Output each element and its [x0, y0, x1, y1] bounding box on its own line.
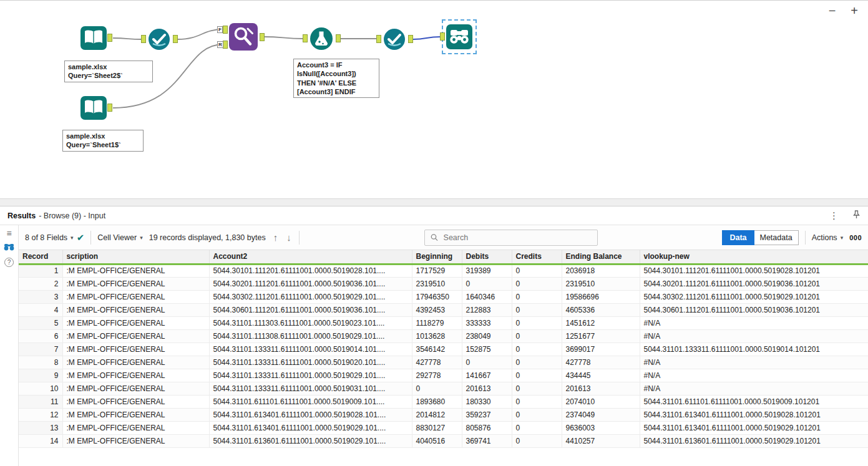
scroll-up-icon[interactable]: ↑: [272, 232, 280, 243]
data-cell[interactable]: 5044.31101.133311.61111001.0000.5019014.…: [640, 342, 868, 356]
data-cell[interactable]: 5044.31101.613401.61111001.0000.5019029.…: [640, 421, 868, 434]
data-cell[interactable]: :M EMPL-OFFICE/GENERAL: [62, 303, 209, 316]
record-cell[interactable]: 8: [19, 356, 62, 369]
data-cell[interactable]: #N/A: [640, 356, 868, 369]
data-cell[interactable]: 212883: [462, 303, 512, 316]
data-cell[interactable]: 5044.31101.133311.61111001.0000.5019029.…: [209, 369, 412, 382]
data-cell[interactable]: 4392453: [412, 303, 462, 316]
data-cell[interactable]: 5044.30201.111201.61111001.0000.5019036.…: [209, 277, 412, 290]
data-cell[interactable]: 5044.31101.111308.61111001.0000.5019029.…: [209, 329, 412, 342]
data-cell[interactable]: 1451612: [562, 316, 640, 329]
table-row[interactable]: 6:M EMPL-OFFICE/GENERAL5044.31101.111308…: [19, 329, 868, 342]
data-cell[interactable]: 5044.30601.111201.61111001.0000.5019036.…: [209, 303, 412, 316]
data-cell[interactable]: :M EMPL-OFFICE/GENERAL: [62, 369, 209, 382]
input-anchor[interactable]: [376, 35, 381, 43]
results-grid-container[interactable]: RecordscriptionAccount2BeginningDebitsCr…: [19, 250, 868, 466]
data-cell[interactable]: 201613: [462, 382, 512, 395]
data-cell[interactable]: 0: [512, 342, 562, 356]
data-cell[interactable]: 1251677: [562, 329, 640, 342]
search-box[interactable]: [424, 230, 598, 246]
data-cell[interactable]: 0: [512, 264, 562, 277]
column-header-ending-balance[interactable]: Ending Balance: [562, 250, 640, 264]
table-row[interactable]: 11:M EMPL-OFFICE/GENERAL5044.31101.61110…: [19, 395, 868, 408]
data-cell[interactable]: 1118279: [412, 316, 462, 329]
output-anchor[interactable]: [107, 34, 112, 42]
data-cell[interactable]: 5044.30201.111201.61111001.0000.5019036.…: [640, 277, 868, 290]
search-input[interactable]: [442, 233, 592, 243]
data-cell[interactable]: 201613: [562, 382, 640, 395]
data-tab-button[interactable]: Data: [722, 230, 754, 245]
data-cell[interactable]: 292778: [412, 369, 462, 382]
table-row[interactable]: 12:M EMPL-OFFICE/GENERAL5044.31101.61340…: [19, 408, 868, 421]
data-cell[interactable]: 5044.31101.111303.61111001.0000.5019023.…: [209, 316, 412, 329]
browse-anchor-icon[interactable]: [4, 243, 14, 252]
data-cell[interactable]: 5044.30601.111201.61111001.0000.5019036.…: [640, 303, 868, 316]
column-header-beginning[interactable]: Beginning: [412, 250, 462, 264]
table-row[interactable]: 9:M EMPL-OFFICE/GENERAL5044.31101.133311…: [19, 369, 868, 382]
data-cell[interactable]: 359237: [462, 408, 512, 421]
data-cell[interactable]: 434445: [562, 369, 640, 382]
input-anchor[interactable]: [141, 35, 146, 43]
scroll-down-icon[interactable]: ↓: [285, 232, 293, 243]
data-cell[interactable]: 0: [512, 316, 562, 329]
data-cell[interactable]: 1013628: [412, 329, 462, 342]
data-cell[interactable]: 5044.30101.111201.61111001.0000.5019028.…: [209, 264, 412, 277]
data-cell[interactable]: :M EMPL-OFFICE/GENERAL: [62, 290, 209, 303]
data-cell[interactable]: 8830127: [412, 421, 462, 434]
data-cell[interactable]: 0: [512, 329, 562, 342]
data-cell[interactable]: 3546142: [412, 342, 462, 356]
data-cell[interactable]: 369741: [462, 434, 512, 447]
data-cell[interactable]: 2036918: [562, 264, 640, 277]
record-cell[interactable]: 14: [19, 434, 62, 447]
column-header-vlookup-new[interactable]: vlookup-new: [640, 250, 868, 264]
data-cell[interactable]: 0: [512, 408, 562, 421]
data-cell[interactable]: 1717529: [412, 264, 462, 277]
data-cell[interactable]: 0: [512, 421, 562, 434]
data-cell[interactable]: 5044.31101.611101.61111001.0000.5019009.…: [209, 395, 412, 408]
data-cell[interactable]: #N/A: [640, 316, 868, 329]
table-row[interactable]: 13:M EMPL-OFFICE/GENERAL5044.31101.61340…: [19, 421, 868, 434]
data-cell[interactable]: :M EMPL-OFFICE/GENERAL: [62, 434, 209, 447]
data-cell[interactable]: 5044.31101.613401.61111001.0000.5019028.…: [209, 408, 412, 421]
zoom-in-button[interactable]: +: [849, 4, 859, 17]
panel-divider[interactable]: [0, 198, 868, 206]
table-row[interactable]: 3:M EMPL-OFFICE/GENERAL5044.30302.111201…: [19, 290, 868, 303]
record-cell[interactable]: 1: [19, 264, 62, 277]
output-anchor[interactable]: [260, 33, 265, 41]
workflow-connection[interactable]: [113, 38, 142, 39]
record-cell[interactable]: 3: [19, 290, 62, 303]
data-cell[interactable]: 0: [412, 382, 462, 395]
table-row[interactable]: 10:M EMPL-OFFICE/GENERAL5044.31101.13331…: [19, 382, 868, 395]
data-cell[interactable]: 5044.30101.111201.61111001.0000.5019028.…: [640, 264, 868, 277]
record-cell[interactable]: 10: [19, 382, 62, 395]
more-options-icon[interactable]: ⋮: [826, 210, 842, 222]
record-cell[interactable]: 5: [19, 316, 62, 329]
column-header-credits[interactable]: Credits: [512, 250, 562, 264]
table-row[interactable]: 8:M EMPL-OFFICE/GENERAL5044.31101.133311…: [19, 356, 868, 369]
pin-icon[interactable]: [852, 210, 861, 221]
zoom-out-button[interactable]: −: [827, 4, 837, 17]
data-cell[interactable]: :M EMPL-OFFICE/GENERAL: [62, 356, 209, 369]
data-cell[interactable]: #N/A: [640, 369, 868, 382]
table-row[interactable]: 7:M EMPL-OFFICE/GENERAL5044.31101.133311…: [19, 342, 868, 356]
data-cell[interactable]: 2374049: [562, 408, 640, 421]
formula-tool[interactable]: [308, 26, 334, 52]
data-cell[interactable]: 5044.31101.611101.61111001.0000.5019009.…: [640, 395, 868, 408]
record-cell[interactable]: 4: [19, 303, 62, 316]
data-cell[interactable]: :M EMPL-OFFICE/GENERAL: [62, 421, 209, 434]
data-cell[interactable]: 2074010: [562, 395, 640, 408]
record-cell[interactable]: 12: [19, 408, 62, 421]
data-cell[interactable]: 0: [462, 277, 512, 290]
record-cell[interactable]: 7: [19, 342, 62, 356]
browse-tool[interactable]: [446, 23, 473, 51]
data-cell[interactable]: 0: [462, 356, 512, 369]
input-anchor[interactable]: [440, 32, 445, 41]
output-anchor[interactable]: [336, 34, 341, 42]
data-cell[interactable]: 5044.31101.613401.61111001.0000.5019028.…: [640, 408, 868, 421]
data-cell[interactable]: :M EMPL-OFFICE/GENERAL: [62, 395, 209, 408]
help-icon[interactable]: ?: [4, 258, 14, 267]
data-cell[interactable]: 2319510: [562, 277, 640, 290]
table-row[interactable]: 1:M EMPL-OFFICE/GENERAL5044.30101.111201…: [19, 264, 868, 277]
data-cell[interactable]: 5044.31101.133311.61111001.0000.5019014.…: [209, 342, 412, 356]
input-data-tool-sheet1[interactable]: [80, 94, 107, 122]
